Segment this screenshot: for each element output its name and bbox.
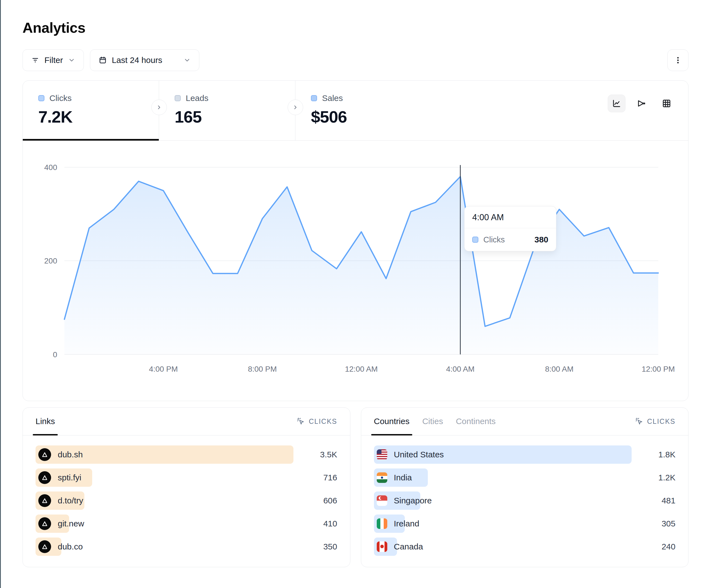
cursor-click-icon [635, 417, 643, 426]
country-row-value: 240 [640, 542, 675, 551]
dub-logo-icon [38, 471, 51, 484]
link-row-value: 716 [302, 473, 337, 482]
country-row-label: United States [394, 450, 444, 459]
more-options-button[interactable] [667, 49, 689, 71]
tab-clicks[interactable]: Clicks 7.2K [23, 81, 159, 140]
link-row[interactable]: dub.co 350 [36, 538, 337, 556]
toolbar: Filter Last 24 hours [22, 49, 689, 71]
chart-tooltip: 4:00 AM Clicks 380 [464, 206, 556, 251]
link-row[interactable]: git.new 410 [36, 515, 337, 533]
country-row-label: India [394, 473, 412, 482]
country-row-value: 1.8K [640, 450, 675, 459]
country-flag-icon [377, 449, 387, 460]
clicks-tab-label: Clicks [49, 93, 72, 103]
countries-panel: Countries Cities Continents CLICKS Unite… [361, 407, 689, 567]
link-row-value: 410 [302, 519, 337, 528]
link-row[interactable]: dub.sh 3.5K [36, 446, 337, 464]
sales-tab-label: Sales [322, 93, 343, 103]
country-row[interactable]: Ireland 305 [374, 515, 676, 533]
link-row-value: 350 [302, 542, 337, 551]
page-title: Analytics [22, 0, 689, 36]
dub-logo-icon [38, 517, 51, 530]
country-row[interactable]: Singapore 481 [374, 492, 676, 510]
link-row-label: dub.sh [58, 450, 83, 459]
country-flag-icon [377, 541, 387, 552]
country-row-label: Ireland [394, 519, 419, 528]
tooltip-legend-swatch [472, 236, 478, 243]
leads-legend-swatch [175, 95, 181, 101]
links-metric-selector[interactable]: CLICKS [297, 417, 337, 426]
tab-leads[interactable]: Leads 165 [159, 81, 295, 140]
date-range-label: Last 24 hours [112, 55, 163, 65]
clicks-area-chart[interactable]: 02004004:00 PM8:00 PM12:00 AM4:00 AM8:00… [23, 151, 688, 401]
clicks-tab-value: 7.2K [38, 107, 159, 127]
dub-logo-icon [38, 448, 51, 461]
x-axis-label: 8:00 AM [545, 365, 574, 373]
filter-button[interactable]: Filter [22, 49, 84, 71]
link-row-label: git.new [58, 519, 84, 528]
y-axis-label: 400 [44, 163, 57, 172]
country-row-value: 305 [640, 519, 675, 528]
leads-tab-value: 165 [175, 107, 295, 127]
x-axis-label: 8:00 PM [248, 365, 277, 373]
countries-list: United States 1.8K India 1.2K Singapore … [361, 435, 689, 567]
table-view-button[interactable] [658, 95, 675, 112]
links-panel: Links CLICKS dub.sh 3.5 [22, 407, 350, 567]
dub-logo-icon [38, 494, 51, 507]
link-row-value: 3.5K [302, 450, 337, 459]
dub-logo-icon [38, 540, 51, 553]
country-flag-icon [377, 495, 387, 506]
funnel-chart-view-button[interactable] [633, 95, 650, 112]
clicks-legend-swatch [38, 95, 44, 101]
leads-tab-label: Leads [186, 93, 209, 103]
country-flag-icon [377, 472, 387, 483]
countries-metric-label: CLICKS [647, 417, 675, 426]
links-list: dub.sh 3.5K spti.fyi 716 d.to/try [23, 435, 350, 567]
tooltip-time: 4:00 AM [465, 206, 556, 228]
country-row[interactable]: India 1.2K [374, 469, 676, 487]
countries-metric-selector[interactable]: CLICKS [635, 417, 675, 426]
tooltip-value: 380 [534, 235, 548, 244]
filter-icon [31, 56, 39, 64]
country-row-label: Singapore [394, 496, 432, 505]
area-fill [64, 177, 658, 355]
kebab-menu-icon [674, 56, 682, 64]
country-row[interactable]: Canada 240 [374, 538, 676, 556]
chart-canvas[interactable]: 02004004:00 PM8:00 PM12:00 AM4:00 AM8:00… [23, 151, 688, 401]
link-row-label: spti.fyi [58, 473, 81, 482]
tooltip-series-label: Clicks [483, 235, 505, 244]
tab-continents[interactable]: Continents [456, 408, 496, 435]
chevron-down-icon [68, 56, 75, 64]
link-row-label: dub.co [58, 542, 83, 551]
analytics-chart-card: Clicks 7.2K Leads 165 Sales [22, 81, 689, 401]
links-metric-label: CLICKS [309, 417, 337, 426]
country-row-label: Canada [394, 542, 423, 551]
analytics-page: { "page": { "title": "Analytics" }, "too… [0, 0, 711, 588]
link-row-value: 606 [302, 496, 337, 505]
filter-button-label: Filter [44, 55, 63, 65]
x-axis-label: 4:00 AM [446, 365, 475, 373]
cursor-click-icon [297, 417, 305, 426]
tab-countries[interactable]: Countries [374, 408, 409, 435]
tab-cities[interactable]: Cities [422, 408, 443, 435]
x-axis-label: 12:00 PM [642, 365, 675, 373]
x-axis-label: 4:00 PM [149, 365, 178, 373]
country-row-value: 1.2K [640, 473, 675, 482]
link-row-label: d.to/try [58, 496, 83, 505]
y-axis-label: 200 [44, 256, 57, 265]
chevron-down-icon [184, 56, 191, 64]
tab-links[interactable]: Links [36, 408, 55, 435]
x-axis-label: 12:00 AM [345, 365, 378, 373]
line-chart-view-button[interactable] [608, 95, 625, 112]
link-row[interactable]: spti.fyi 716 [36, 469, 337, 487]
tab-sales[interactable]: Sales $506 [295, 81, 431, 140]
chart-view-switcher [608, 81, 688, 140]
metric-summary-tabs: Clicks 7.2K Leads 165 Sales [23, 81, 688, 141]
link-row[interactable]: d.to/try 606 [36, 492, 337, 510]
country-row[interactable]: United States 1.8K [374, 446, 676, 464]
sales-tab-value: $506 [311, 107, 431, 127]
calendar-icon [99, 56, 107, 64]
sales-legend-swatch [311, 95, 317, 101]
date-range-button[interactable]: Last 24 hours [90, 49, 199, 71]
country-flag-icon [377, 518, 387, 529]
